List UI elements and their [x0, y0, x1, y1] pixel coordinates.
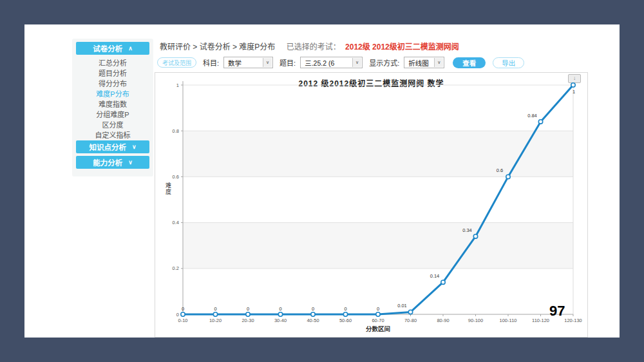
- svg-text:0.4: 0.4: [173, 220, 179, 225]
- svg-text:分数区间: 分数区间: [366, 325, 390, 332]
- chevron-down-icon: ∨: [128, 159, 133, 166]
- svg-text:40-50: 40-50: [307, 318, 319, 323]
- svg-text:30-40: 30-40: [274, 318, 287, 323]
- sidebar-item-label: 汇总分析: [99, 57, 127, 68]
- svg-text:0.01: 0.01: [397, 303, 407, 309]
- svg-text:60-70: 60-70: [372, 318, 384, 323]
- toolbar: 考试及范围 科目: 数学 ∨ 题目: 三.25.2 (6 ∨ 显示方式: 折线图…: [157, 57, 524, 68]
- sidebar-group-ability-analysis[interactable]: 能力分析 ∨: [76, 156, 149, 169]
- sidebar-item-summary[interactable]: 汇总分析: [76, 57, 149, 68]
- difficulty-line-chart: 2012 级2012级初三二模监测网阅 数学 ↓ 难度 00.20.40.60.…: [155, 72, 588, 338]
- sidebar-item-custom-metric[interactable]: 自定义指标: [76, 129, 149, 140]
- sidebar-item-label: 区分度: [102, 119, 124, 129]
- sidebar-item-question[interactable]: 题目分析: [76, 68, 149, 78]
- svg-text:1: 1: [176, 82, 179, 88]
- chevron-down-icon: ∨: [263, 58, 272, 67]
- sidebar: 试卷分析 ∧ 汇总分析 题目分析 得分分布 难度P分布 难度指数 分组难度P 区…: [72, 39, 153, 176]
- chevron-down-icon: ∨: [132, 144, 137, 150]
- svg-text:0: 0: [176, 312, 179, 318]
- sidebar-item-label: 得分分布: [99, 78, 127, 88]
- sidebar-item-difficulty-index[interactable]: 难度指数: [76, 99, 149, 109]
- svg-text:0.34: 0.34: [462, 227, 472, 233]
- subject-select-value: 数学: [228, 58, 242, 68]
- svg-text:70-80: 70-80: [404, 318, 417, 323]
- app-page: 试卷分析 ∧ 汇总分析 题目分析 得分分布 难度P分布 难度指数 分组难度P 区…: [24, 24, 620, 338]
- svg-text:0.2: 0.2: [173, 265, 179, 271]
- svg-text:80-90: 80-90: [437, 318, 449, 323]
- sidebar-group-knowledge-analysis[interactable]: 知识点分析 ∨: [76, 140, 149, 153]
- display-mode-label: 显示方式:: [369, 57, 399, 68]
- sidebar-item-group-difficulty[interactable]: 分组难度P: [76, 109, 149, 119]
- sidebar-item-label: 分组难度P: [96, 109, 129, 119]
- sidebar-item-label: 难度指数: [99, 99, 127, 109]
- selected-exam-label: 已选择的考试：: [287, 43, 341, 52]
- sidebar-item-difficulty-p[interactable]: 难度P分布: [76, 88, 149, 99]
- svg-text:110-120: 110-120: [532, 318, 549, 323]
- svg-text:0-10: 0-10: [178, 318, 187, 323]
- export-button[interactable]: 导出: [493, 57, 524, 68]
- display-mode-select-value: 折线图: [408, 58, 429, 68]
- subject-select[interactable]: 数学 ∨: [223, 57, 273, 68]
- svg-text:0.6: 0.6: [173, 174, 179, 180]
- question-select-value: 三.25.2 (6: [305, 58, 334, 68]
- svg-text:0: 0: [377, 306, 379, 312]
- sidebar-item-label: 题目分析: [99, 68, 127, 78]
- selected-exam-name: 2012级 2012级初三二模监测网阅: [345, 43, 459, 52]
- view-button[interactable]: 查看: [453, 57, 486, 68]
- sidebar-item-discrimination[interactable]: 区分度: [76, 119, 149, 129]
- svg-text:0: 0: [312, 306, 314, 312]
- svg-text:0.14: 0.14: [430, 273, 440, 279]
- sidebar-item-label: 自定义指标: [95, 129, 131, 140]
- question-label: 题目:: [279, 57, 296, 68]
- svg-text:10-20: 10-20: [209, 318, 222, 323]
- sidebar-group-paper-analysis[interactable]: 试卷分析 ∧: [76, 42, 149, 55]
- svg-text:50-60: 50-60: [339, 318, 352, 323]
- breadcrumb: 教研评价 > 试卷分析 > 难度P分布 已选择的考试： 2012级 2012级初…: [160, 41, 459, 52]
- sidebar-group-label: 试卷分析: [93, 43, 122, 53]
- svg-text:120-130: 120-130: [564, 318, 582, 323]
- chevron-down-icon: ∨: [352, 58, 361, 67]
- subject-label: 科目:: [203, 57, 219, 68]
- sidebar-group-label: 知识点分析: [89, 142, 126, 152]
- chevron-down-icon: ∨: [434, 58, 443, 67]
- sidebar-item-score-dist[interactable]: 得分分布: [76, 78, 149, 88]
- page-number: 97: [549, 303, 565, 319]
- svg-text:0.6: 0.6: [497, 167, 503, 173]
- slide-frame: 试卷分析 ∧ 汇总分析 题目分析 得分分布 难度P分布 难度指数 分组难度P 区…: [0, 0, 644, 362]
- svg-text:1: 1: [573, 89, 575, 95]
- chevron-up-icon: ∧: [128, 45, 133, 52]
- sidebar-group-label: 能力分析: [93, 157, 122, 167]
- svg-text:0: 0: [247, 306, 249, 312]
- svg-text:100-110: 100-110: [500, 318, 517, 323]
- sidebar-item-label: 难度P分布: [96, 88, 129, 99]
- svg-text:20-30: 20-30: [242, 318, 254, 323]
- chart-canvas: 00.20.40.60.810-1010-2020-3030-4040-5050…: [155, 73, 587, 337]
- svg-text:0.8: 0.8: [173, 128, 179, 134]
- exam-scope-button[interactable]: 考试及范围: [157, 57, 196, 68]
- svg-text:90-100: 90-100: [468, 318, 483, 323]
- breadcrumb-trail[interactable]: 教研评价 > 试卷分析 > 难度P分布: [160, 43, 275, 52]
- question-select[interactable]: 三.25.2 (6 ∨: [300, 57, 363, 68]
- svg-text:0: 0: [214, 306, 216, 312]
- display-mode-select[interactable]: 折线图 ∨: [404, 57, 444, 68]
- svg-text:0: 0: [279, 306, 281, 312]
- svg-text:0: 0: [344, 306, 346, 312]
- svg-text:0: 0: [182, 306, 184, 312]
- svg-text:0.84: 0.84: [527, 113, 537, 119]
